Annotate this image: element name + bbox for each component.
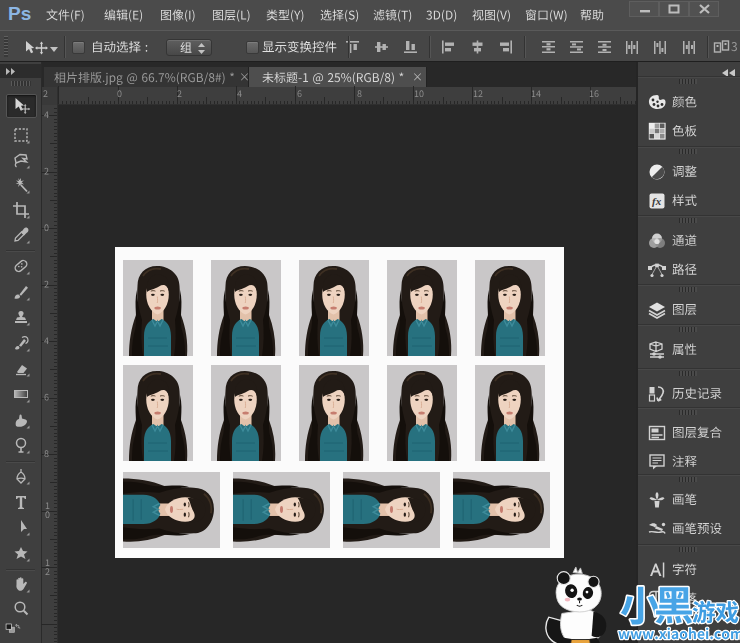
svg-text:fx: fx (652, 195, 662, 207)
